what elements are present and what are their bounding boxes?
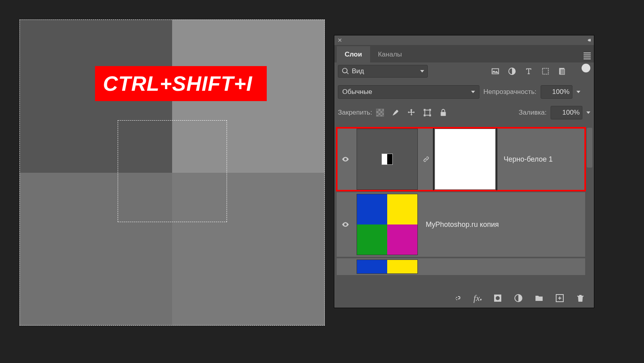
panel-tabs: Слои Каналы xyxy=(334,45,594,62)
chevron-down-icon xyxy=(471,91,475,93)
search-icon xyxy=(341,67,349,75)
filter-toggle[interactable] xyxy=(582,64,590,72)
lock-paint-icon[interactable] xyxy=(391,108,400,117)
scrollbar[interactable] xyxy=(587,128,592,168)
fill-label: Заливка: xyxy=(519,109,547,117)
trash-icon[interactable] xyxy=(576,293,585,303)
opacity-value[interactable]: 100% xyxy=(541,85,572,99)
chevron-down-icon[interactable] xyxy=(586,111,590,114)
layers-panel: ✕ Слои Каналы Вид xyxy=(334,35,594,308)
svg-rect-4 xyxy=(560,69,564,75)
link-icon[interactable] xyxy=(422,155,430,163)
filter-kind-label: Вид xyxy=(352,67,364,75)
lock-transparency-icon[interactable] xyxy=(376,109,384,117)
layer-thumbnail[interactable] xyxy=(357,194,418,255)
add-mask-icon[interactable] xyxy=(493,293,502,303)
filter-shape-icon[interactable] xyxy=(541,67,550,76)
shortcut-text: CTRL+SHIFT+I xyxy=(103,72,252,95)
bw-adjustment-icon xyxy=(382,154,393,165)
layer-filter-kind[interactable]: Вид xyxy=(338,65,428,78)
blend-mode-value: Обычные xyxy=(342,88,372,96)
layer-filter-buttons xyxy=(491,67,590,76)
new-group-icon[interactable] xyxy=(534,293,544,303)
svg-rect-5 xyxy=(425,110,430,115)
layer-row[interactable] xyxy=(337,258,585,275)
filter-pixel-icon[interactable] xyxy=(491,67,500,76)
document-canvas[interactable]: CTRL+SHIFT+I xyxy=(19,20,325,326)
layer-name[interactable]: Черно-белое 1 xyxy=(504,155,553,164)
lock-label: Закрепить: xyxy=(338,109,372,117)
filter-smartobject-icon[interactable] xyxy=(558,67,566,76)
filter-adjustment-icon[interactable] xyxy=(508,67,516,76)
chevron-down-icon[interactable] xyxy=(576,91,580,93)
collapse-icon[interactable] xyxy=(588,39,591,42)
layers-list: Черно-белое 1 MyPhotoshop.ru копия xyxy=(337,128,585,285)
close-icon[interactable]: ✕ xyxy=(338,37,342,43)
layer-row[interactable]: Черно-белое 1 xyxy=(337,128,585,191)
svg-rect-2 xyxy=(543,68,549,74)
layer-effects-icon[interactable]: fx▾ xyxy=(473,293,482,303)
svg-rect-0 xyxy=(492,69,499,74)
canvas-quadrant xyxy=(172,173,325,326)
tab-layers[interactable]: Слои xyxy=(337,46,370,62)
layer-name[interactable]: MyPhotoshop.ru копия xyxy=(426,221,499,229)
panel-menu-icon[interactable] xyxy=(580,49,594,62)
lock-all-icon[interactable] xyxy=(439,108,448,117)
link-layers-icon[interactable] xyxy=(453,293,462,303)
filter-type-icon[interactable] xyxy=(524,67,533,76)
blend-mode-select[interactable]: Обычные xyxy=(338,85,479,99)
new-layer-icon[interactable] xyxy=(555,293,564,303)
layer-thumbnail[interactable] xyxy=(357,260,418,274)
adjustment-thumbnail[interactable] xyxy=(357,129,418,190)
tab-channels[interactable]: Каналы xyxy=(370,46,410,62)
layer-mask-thumbnail[interactable] xyxy=(435,129,496,190)
lock-position-icon[interactable] xyxy=(407,108,416,117)
lock-artboard-icon[interactable] xyxy=(423,108,432,117)
fill-value[interactable]: 100% xyxy=(551,106,582,119)
shortcut-overlay: CTRL+SHIFT+I xyxy=(95,66,267,101)
visibility-icon[interactable] xyxy=(341,221,349,228)
new-adjustment-icon[interactable] xyxy=(514,293,523,303)
canvas-quadrant xyxy=(19,173,172,326)
layer-row[interactable]: MyPhotoshop.ru копия xyxy=(337,192,585,257)
svg-point-8 xyxy=(496,296,500,300)
layers-panel-footer: fx▾ xyxy=(334,289,594,308)
svg-rect-6 xyxy=(441,112,446,116)
visibility-icon[interactable] xyxy=(341,155,349,163)
opacity-label: Непрозрачность: xyxy=(483,88,537,96)
chevron-down-icon xyxy=(420,70,424,72)
